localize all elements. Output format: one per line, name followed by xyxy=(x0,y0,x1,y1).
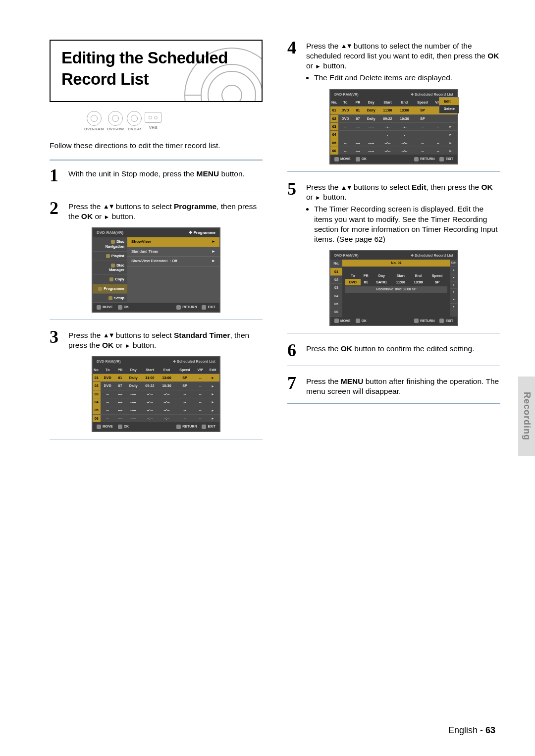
step-4: 4 Press the ▲▼ buttons to select the num… xyxy=(287,40,500,83)
menu-item: Copy xyxy=(93,275,127,284)
divider xyxy=(287,333,500,333)
osd-programme-menu: DVD-RAM(VR)Programme Disc Navigation Pla… xyxy=(92,227,220,313)
table-row: 02DVD07Daily09:2210:30SP xyxy=(330,114,457,122)
menu-item: Playlist xyxy=(93,252,127,261)
step-6: 6 Press the OK button to confirm the edi… xyxy=(287,342,500,358)
table-row: 03-------------:----:------► xyxy=(93,390,219,398)
menu-item: Disc Navigation xyxy=(93,237,127,252)
divider xyxy=(50,320,263,320)
menu-item: Disc Manager xyxy=(93,261,127,275)
popup-edit-delete: Edit Delete xyxy=(439,97,459,114)
media-icon-vhs: VHS xyxy=(145,112,161,130)
media-icon-dvdr: DVD-R xyxy=(127,111,142,132)
hint-return: RETURN xyxy=(176,305,197,310)
osd-scheduled-list-popup: DVD-RAM(VR)Scheduled Record List No.ToPR… xyxy=(329,89,458,165)
scheduled-table: No.ToPRDayStartEndSpeedV/PEdit 01DVD01Da… xyxy=(93,366,219,423)
table-row: 01DVD01Daily11:0013:00SP xyxy=(330,107,457,114)
svg-point-3 xyxy=(222,85,242,102)
divider xyxy=(287,366,500,366)
section-tab-recording: Recording xyxy=(518,377,535,456)
lead-text: Follow these directions to edit the time… xyxy=(50,141,263,151)
submenu-row: Standard Timer► xyxy=(127,247,219,257)
osd-edit-timer: DVD-RAM(VR)Scheduled Record List No. 01 … xyxy=(329,250,458,326)
submenu-row: ShowView► xyxy=(127,237,219,247)
table-row: 05-------------:----:------► xyxy=(330,139,457,147)
step-7: 7 Press the MENU button after finishing … xyxy=(287,375,500,396)
osd-scheduled-list: DVD-RAM(VR)Scheduled Record List No.ToPR… xyxy=(92,356,220,432)
divider xyxy=(50,191,263,191)
table-row: 04-------------:----:------► xyxy=(330,131,457,139)
step-1: 1 With the unit in Stop mode, press the … xyxy=(50,167,263,183)
step-2: 2 Press the ▲▼ buttons to select Program… xyxy=(50,200,263,221)
media-icons-row: DVD-RAM DVD-RW DVD-R VHS xyxy=(84,111,263,132)
table-row: 06-------------:----:------► xyxy=(330,147,457,155)
section-title-box: Editing the Scheduled Record List xyxy=(50,40,263,102)
media-icon-dvdram: DVD-RAM xyxy=(84,111,104,132)
svg-point-2 xyxy=(208,71,256,102)
step-5: 5 Press the ▲▼ buttons to select Edit, t… xyxy=(287,181,500,244)
table-row: 04-------------:----:------► xyxy=(93,398,219,406)
disc-art xyxy=(182,46,263,102)
divider xyxy=(287,403,500,404)
hint-move: MOVE xyxy=(97,305,113,310)
menu-item-selected: Programme xyxy=(93,284,127,294)
media-icon-dvdrw: DVD-RW xyxy=(107,111,124,132)
submenu-row: ShowView Extended : Off► xyxy=(127,257,219,266)
hint-ok: OK xyxy=(118,305,129,310)
divider xyxy=(287,171,500,172)
page-footer: English - 63 xyxy=(448,725,495,736)
table-row: 06-------------:----:------► xyxy=(93,414,219,422)
divider xyxy=(50,439,263,439)
hint-exit: EXIT xyxy=(202,305,215,310)
table-row: 02DVD07Daily09:2210:30SP--► xyxy=(93,382,219,390)
step-3: 3 Press the ▲▼ buttons to select Standar… xyxy=(50,329,263,350)
divider xyxy=(50,160,263,161)
table-row: 05-------------:----:------► xyxy=(93,406,219,414)
menu-item: Setup xyxy=(93,294,127,303)
table-row: 03-------------:----:------► xyxy=(330,123,457,131)
svg-point-1 xyxy=(201,64,263,102)
table-row: 01DVD01Daily11:0013:00SP--► xyxy=(93,374,219,382)
svg-point-0 xyxy=(185,48,263,102)
